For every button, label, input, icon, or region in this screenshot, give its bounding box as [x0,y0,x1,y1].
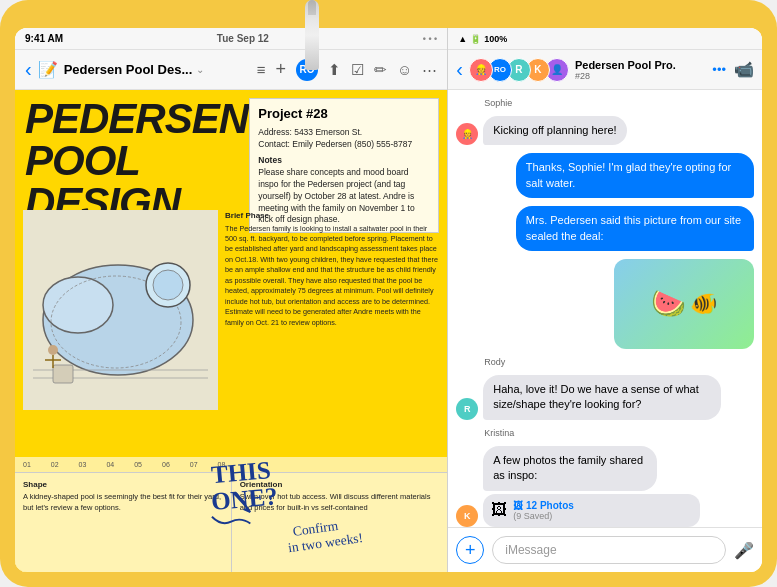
msg-avatar-rody: R [456,398,478,420]
project-contact: Contact: Emily Pedersen (850) 555-8787 [258,139,430,151]
notes-content: PEDERSEN POOL DESIGN Project #28 Address… [15,90,447,572]
pool-sketch-svg [23,210,218,410]
apple-pencil [305,0,319,70]
messages-add-button[interactable]: + [456,536,484,564]
message-2: Thanks, Sophie! I'm glad they're opting … [456,153,754,198]
bubble-6: A few photos the family shared as inspo: [483,446,657,491]
notes-toolbar-icons: ≡ + RO ⬆ ☑ ✏ ☺ ⋯ [257,59,438,81]
pool-svg-bg [23,210,218,410]
screen: 9:41 AM Tue Sep 12 • • • ‹ 📝 Pedersen Po… [15,28,762,572]
photo-icon: 🖼 [491,501,507,519]
notes-time: 9:41 AM [25,33,63,44]
project-address: Address: 5433 Emerson St. [258,127,430,139]
battery-icon: 🔋 [470,34,481,44]
photo-count: 🖼 12 Photos [513,500,574,511]
messages-status-bar: ▲ 🔋 100% [448,28,762,50]
note-big-title: PEDERSEN POOL DESIGN [25,98,248,224]
messages-back-button[interactable]: ‹ [456,58,463,81]
video-call-icon[interactable]: 📹 [734,60,754,79]
message-6-content: A few photos the family shared as inspo:… [483,446,700,527]
note-yellow-bg: PEDERSEN POOL DESIGN Project #28 Address… [15,90,447,572]
microphone-button[interactable]: 🎤 [734,541,754,560]
watermelon-icon: 🍉 [651,287,686,320]
bubble-2: Thanks, Sophie! I'm glad they're opting … [516,153,754,198]
message-4-image: 🍉 🐠 [456,259,754,349]
messages-toolbar: ‹ 👷 RO R K 👤 Pedersen Pool Pro. #28 [448,50,762,90]
plus-icon[interactable]: + [275,59,286,80]
bubble-3: Mrs. Pedersen said this picture from our… [516,206,754,251]
image-bubble: 🍉 🐠 [614,259,754,349]
notes-date: Tue Sep 12 [217,33,269,44]
svg-point-5 [153,270,183,300]
photo-attachment[interactable]: 🖼 🖼 12 Photos (9 Saved) [483,494,700,527]
notes-dots-status: • • • [423,34,437,44]
project-notes-label: Notes [258,155,430,167]
svg-point-9 [48,345,58,355]
messages-group-subtitle: #28 [575,71,590,81]
message-5: R Haha, love it! Do we have a sense of w… [456,375,754,420]
messages-group-avatars: 👷 RO R K 👤 [469,58,569,82]
messages-input-bar: + iMessage 🎤 [448,527,762,572]
notes-back-button[interactable]: ‹ [25,58,32,81]
brief-phase-block: Brief Phase The Pedersen family is looki… [225,210,439,328]
wifi-icon: ▲ [458,34,467,44]
photo-info: 🖼 12 Photos (9 Saved) [513,500,574,521]
three-dots-icon[interactable]: ••• [712,62,726,77]
title-line1: PEDERSEN [25,98,248,140]
more-icon[interactable]: ⋯ [422,61,437,79]
notes-title-text: Pedersen Pool Des... [64,62,193,77]
messages-toolbar-right: ••• 📹 [712,60,754,79]
msg-avatar-kristina: K [456,505,478,527]
messages-group-name: Pedersen Pool Pro. [575,59,676,71]
svg-rect-8 [53,365,73,383]
title-line2: POOL [25,140,248,182]
bubble-5: Haha, love it! Do we have a sense of wha… [483,375,721,420]
message-1: 👷 Kicking off planning here! [456,116,754,145]
notes-status-right: • • • [423,34,437,44]
list-icon[interactable]: ≡ [257,61,266,78]
ipad-frame: 9:41 AM Tue Sep 12 • • • ‹ 📝 Pedersen Po… [0,0,777,587]
brief-phase-title: Brief Phase [225,210,439,222]
share-icon[interactable]: ⬆ [328,61,341,79]
avatar-sophie: 👷 [469,58,493,82]
bubble-1: Kicking off planning here! [483,116,626,145]
message-6: K A few photos the family shared as insp… [456,446,754,527]
pool-sketch [23,210,218,410]
message-3: Mrs. Pedersen said this picture from our… [456,206,754,251]
sender-label-sophie: Sophie [484,98,754,108]
messages-pane: ▲ 🔋 100% ‹ 👷 RO R K 👤 [448,28,762,572]
project-title: Project #28 [258,105,430,123]
photo-saved: (9 Saved) [513,511,574,521]
msg-avatar-sophie: 👷 [456,123,478,145]
messages-list[interactable]: Sophie 👷 Kicking off planning here! Than… [448,90,762,527]
checklist-icon[interactable]: ☑ [351,61,364,79]
message-input-field[interactable]: iMessage [492,536,726,564]
messages-title-area: Pedersen Pool Pro. #28 [575,59,706,81]
split-view: 9:41 AM Tue Sep 12 • • • ‹ 📝 Pedersen Po… [15,28,762,572]
notes-title-chevron: ⌄ [196,64,204,75]
notes-doc-icon: 📝 [38,60,58,79]
svg-point-2 [43,277,113,333]
battery-text: 100% [484,34,507,44]
notes-toolbar: ‹ 📝 Pedersen Pool Des... ⌄ ≡ + RO ⬆ ☑ ✏ … [15,50,447,90]
brief-phase-text: The Pedersen family is looking to instal… [225,224,439,328]
markup-icon[interactable]: ✏ [374,61,387,79]
handwriting-overlay: THIS ONE? Confirm in two weeks! [15,452,447,572]
fish-icon: 🐠 [690,291,717,317]
sender-label-kristina: Kristina [484,428,754,438]
msg-status-left: ▲ 🔋 100% [458,34,507,44]
notes-title[interactable]: Pedersen Pool Des... ⌄ [64,62,251,77]
notes-status-bar: 9:41 AM Tue Sep 12 • • • [15,28,447,50]
emoji-icon[interactable]: ☺ [397,61,412,78]
notes-pane: 9:41 AM Tue Sep 12 • • • ‹ 📝 Pedersen Po… [15,28,448,572]
sender-label-rody: Rody [484,357,754,367]
